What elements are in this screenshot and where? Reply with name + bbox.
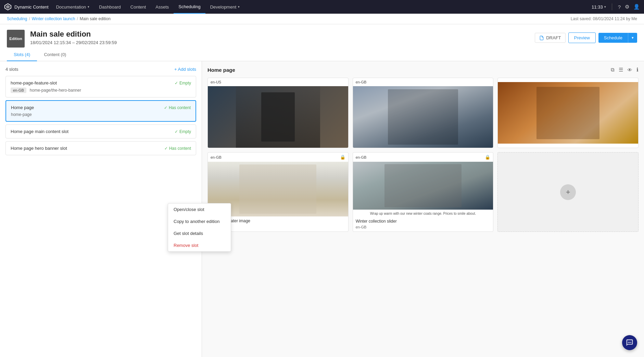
- info-icon[interactable]: ℹ: [636, 67, 639, 73]
- settings-icon[interactable]: ⚙: [625, 4, 629, 10]
- slot-1-name: home-page-feature-slot: [11, 80, 57, 85]
- add-circle-icon: +: [560, 184, 576, 200]
- edition-icon: Edition: [7, 30, 25, 48]
- nav-right-section: 11:33 ▾ ? ⚙ 👤: [592, 3, 640, 10]
- app-name: Dynamic Content: [14, 4, 49, 10]
- slot-2-status: ✓ Has content: [164, 105, 191, 110]
- slot-card-3[interactable]: Home page main content slot ✓ Empty: [5, 124, 196, 138]
- nav-items: Documentation ▾ Dashboard Content Assets…: [51, 0, 245, 14]
- nav-assets[interactable]: Assets: [151, 0, 174, 14]
- image-card-1-locale: en-US: [211, 80, 221, 84]
- user-icon[interactable]: 👤: [633, 4, 640, 10]
- slot-2-path: home-page: [11, 112, 32, 117]
- image-card-3-visual: [498, 82, 638, 144]
- nav-documentation[interactable]: Documentation ▾: [51, 0, 94, 14]
- main-content: 4 slots + Add slots home-page-feature-sl…: [0, 61, 644, 357]
- header-actions: DRAFT Preview Schedule ▾: [535, 30, 637, 49]
- svg-point-4: [630, 342, 631, 343]
- context-menu: Open/close slot Copy to another edition …: [168, 203, 202, 252]
- image-card-5-visual: [353, 162, 493, 210]
- chevron-down-icon: ▾: [238, 5, 240, 9]
- preview-button[interactable]: Preview: [568, 32, 596, 43]
- copy-icon[interactable]: ⧉: [611, 67, 615, 73]
- slot-3-status: ✓ Empty: [175, 129, 191, 134]
- tab-slots[interactable]: Slots (4): [7, 49, 37, 61]
- slot-3-name: Home page main content slot: [11, 129, 68, 134]
- chat-bubble[interactable]: [622, 335, 637, 350]
- slot-1-locale: en-GB: [11, 88, 26, 93]
- slots-count: 4 slots: [5, 67, 18, 72]
- right-panel-actions: ⧉ ☰ 👁 ℹ: [611, 67, 639, 73]
- image-card-5-locale: en-GB: [356, 155, 367, 159]
- breadcrumb-sep2: /: [77, 16, 78, 21]
- breadcrumb-scheduling[interactable]: Scheduling: [7, 16, 27, 21]
- last-saved: Last saved: 08/01/2024 11:24 by Me: [571, 16, 637, 21]
- context-menu-item-open[interactable]: Open/close slot: [168, 203, 202, 215]
- time-dropdown-icon[interactable]: ▾: [604, 5, 606, 9]
- schedule-dropdown-button[interactable]: ▾: [628, 33, 637, 43]
- tab-content[interactable]: Content (0): [37, 49, 73, 61]
- checklist-icon[interactable]: ☰: [619, 67, 623, 73]
- image-card-2-locale: en-GB: [356, 80, 367, 84]
- image-card-3[interactable]: [497, 78, 639, 148]
- breadcrumb-current: Main sale edition: [80, 16, 111, 21]
- slot-1-status: ✓ Empty: [175, 81, 191, 85]
- context-menu-item-copy[interactable]: Copy to another edition: [168, 215, 202, 227]
- breadcrumb-winter-collection[interactable]: Winter collection launch: [32, 16, 75, 21]
- breadcrumb: Scheduling / Winter collection launch / …: [0, 14, 644, 24]
- lock-icon-5: 🔒: [485, 155, 490, 160]
- slot-2-name: Home page: [11, 105, 34, 110]
- page-dates: 18/01/2024 12:15:34 – 29/02/2024 23:59:5…: [30, 40, 535, 45]
- image-grid: en-US en-GB: [207, 78, 639, 232]
- slot-1-path: home-page/the-hero-banner: [30, 88, 81, 93]
- view-icon[interactable]: 👁: [627, 67, 632, 73]
- image-card-5-overlay: Wrap up warm with our new winter coats r…: [353, 210, 493, 217]
- tabs: Slots (4) Content (0): [7, 49, 637, 61]
- page-header: Edition Main sale edition 18/01/2024 12:…: [0, 24, 644, 61]
- time-display: 11:33 ▾: [592, 4, 606, 10]
- chevron-down-icon: ▾: [88, 5, 89, 9]
- lock-icon-4: 🔒: [340, 155, 345, 160]
- right-panel-title: Home page: [207, 67, 235, 73]
- image-card-5-sublabel: en-GB: [353, 225, 493, 231]
- draft-icon: [539, 36, 544, 40]
- nav-dashboard[interactable]: Dashboard: [94, 0, 126, 14]
- chat-icon: [626, 339, 633, 346]
- slot-card-2[interactable]: Home page ✓ Has content home-page: [5, 100, 196, 122]
- image-card-4-locale: en-GB: [211, 155, 222, 159]
- check-icon: ✓: [175, 81, 178, 85]
- check-icon-4: ✓: [164, 146, 168, 151]
- top-nav: Dynamic Content Documentation ▾ Dashboar…: [0, 0, 644, 14]
- schedule-button[interactable]: Schedule: [598, 33, 628, 43]
- help-icon[interactable]: ?: [618, 4, 621, 10]
- right-panel: Home page ⧉ ☰ 👁 ℹ en-US: [202, 61, 644, 357]
- add-content-card[interactable]: +: [497, 152, 639, 232]
- nav-divider: [612, 3, 612, 10]
- app-logo: Dynamic Content: [4, 3, 49, 11]
- slots-panel-header: 4 slots + Add slots: [5, 67, 196, 72]
- image-card-2[interactable]: en-GB: [353, 78, 494, 148]
- nav-content[interactable]: Content: [126, 0, 151, 14]
- page-title: Main sale edition: [30, 30, 535, 39]
- nav-development[interactable]: Development ▾: [205, 0, 245, 14]
- image-card-5[interactable]: en-GB 🔒 Wrap up warm with our new winter…: [353, 152, 494, 232]
- svg-point-2: [628, 342, 629, 343]
- right-panel-header: Home page ⧉ ☰ 👁 ℹ: [207, 67, 639, 73]
- breadcrumb-sep1: /: [29, 16, 30, 21]
- slots-panel: 4 slots + Add slots home-page-feature-sl…: [0, 61, 202, 357]
- slot-card-4[interactable]: Home page hero banner slot ✓ Has content: [5, 141, 196, 155]
- add-slots-button[interactable]: + Add slots: [174, 67, 196, 72]
- context-menu-item-details[interactable]: Get slot details: [168, 227, 202, 239]
- slot-4-name: Home page hero banner slot: [11, 146, 67, 151]
- logo-icon: [4, 3, 12, 11]
- draft-badge: DRAFT: [535, 33, 565, 43]
- context-menu-item-remove[interactable]: Remove slot: [168, 239, 202, 251]
- image-card-5-label: Winter collection slider: [353, 217, 493, 225]
- svg-point-3: [629, 342, 630, 343]
- slot-card-1[interactable]: home-page-feature-slot ✓ Empty en-GB hom…: [5, 76, 196, 97]
- image-card-1-visual: [208, 86, 348, 148]
- page-title-block: Main sale edition 18/01/2024 12:15:34 – …: [30, 30, 535, 45]
- check-icon-3: ✓: [175, 129, 178, 134]
- nav-scheduling[interactable]: Scheduling: [174, 0, 205, 14]
- image-card-1[interactable]: en-US: [207, 78, 349, 148]
